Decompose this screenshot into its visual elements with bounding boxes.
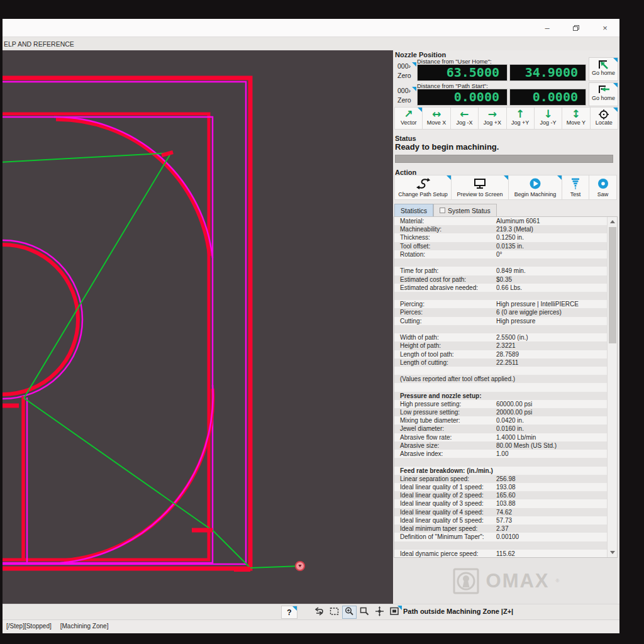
stats-spacer-row: [394, 383, 617, 391]
tab-system-status[interactable]: System Status: [433, 204, 497, 216]
action-button-label: Test: [562, 191, 589, 197]
tooltip-mark: [613, 58, 618, 62]
jog-button-jog-y[interactable]: ↑Jog +Y: [507, 107, 535, 130]
stats-value: 165.60: [496, 491, 617, 499]
go-home-user-button[interactable]: Go home: [589, 57, 618, 81]
control-panel: Nozzle Position 000› Zero 000› Zero Dist…: [393, 50, 619, 604]
close-button[interactable]: ×: [591, 19, 619, 36]
app-window: – × ELP AND REFERENCE: [3, 19, 619, 633]
stats-label: Feed rate breakdown: (in./min.): [394, 467, 493, 475]
zero-counter-button[interactable]: 000›: [397, 87, 416, 94]
stats-value: [496, 541, 617, 550]
tabs-row: StatisticsSystem Status: [394, 204, 497, 216]
stats-label: Thickness:: [394, 233, 496, 242]
stats-label: (Values reported after tool offset appli…: [394, 375, 496, 383]
restore-icon: [573, 25, 579, 31]
pan-crosshair-tool-button[interactable]: [372, 606, 387, 619]
stats-value: [496, 383, 617, 391]
omax-logo-icon: [452, 567, 480, 595]
stats-value: 6 (0 are wiggle pierces): [496, 308, 617, 316]
stats-label: Jewel diameter:: [394, 425, 496, 433]
tab-statistics[interactable]: Statistics: [394, 204, 433, 216]
stats-value: [496, 458, 617, 466]
stats-value: High pressure | IntelliPIERCE: [496, 300, 617, 308]
help-label: ?: [287, 608, 291, 617]
stats-label: Pierces:: [394, 308, 496, 316]
stats-value: 57.73: [496, 516, 617, 525]
stats-row: Thickness:0.1250 in.: [394, 233, 617, 242]
zero-user-home-block: 000› Zero: [397, 62, 416, 79]
stats-scrollbar[interactable]: [607, 217, 617, 557]
jog-button-move-y[interactable]: ↕Move Y: [562, 107, 590, 130]
marquee-tool-button[interactable]: [327, 606, 341, 619]
go-home-path-button[interactable]: Go home: [589, 82, 618, 106]
tooltip-mark: [412, 62, 416, 67]
action-button-label: Begin Machining: [509, 191, 562, 197]
stats-value: 219.3 (Metal): [496, 225, 617, 233]
help-button[interactable]: ?: [281, 606, 297, 619]
fit-window-tool-button[interactable]: [387, 606, 402, 619]
jog-minus-x-icon: ←: [451, 108, 478, 120]
tool-path-drawing: [3, 50, 393, 604]
test-button[interactable]: Test: [562, 175, 589, 200]
jog-button-jog-x[interactable]: ←Jog -X: [451, 107, 479, 130]
jog-button-row: ↗Vector↔Move X←Jog -X→Jog +X↑Jog +Y↓Jog …: [394, 107, 618, 130]
stats-value: High pressure: [496, 317, 617, 325]
stats-spacer-row: [394, 458, 617, 466]
loop-path-icon: [314, 606, 325, 619]
stats-value: 74.62: [496, 508, 617, 516]
jog-button-move-x[interactable]: ↔Move X: [423, 107, 450, 130]
zero-counter-button[interactable]: 000›: [397, 62, 416, 70]
minimize-button[interactable]: –: [533, 19, 562, 36]
jog-button-jog-x[interactable]: →Jog +X: [479, 107, 506, 130]
jog-button-vector[interactable]: ↗Vector: [394, 107, 423, 130]
zero-button[interactable]: Zero: [397, 72, 416, 79]
preview-to-screen-button[interactable]: Preview to Screen: [452, 175, 509, 200]
status-message: Ready to begin machining.: [395, 142, 499, 152]
change-path-setup-button[interactable]: Change Path Setup: [394, 175, 452, 200]
restore-button[interactable]: [562, 19, 591, 36]
monitor-icon: [452, 175, 508, 191]
stats-spacer-row: [394, 292, 617, 300]
stats-label: [394, 292, 496, 300]
zero-button[interactable]: Zero: [397, 96, 416, 104]
progress-bar: [395, 155, 613, 163]
zoom-window-tool-button[interactable]: [357, 606, 372, 619]
jog-button-locate[interactable]: Locate: [591, 107, 618, 130]
begin-machining-button[interactable]: Begin Machining: [509, 175, 562, 200]
stats-label: Ideal linear quality of 5 speed:: [394, 516, 496, 525]
stats-value: [496, 258, 617, 267]
zero-path-start-block: 000› Zero: [397, 87, 416, 104]
triangle-bottom-magenta-arc: [60, 385, 213, 563]
stats-value: 0.66 Lbs.: [496, 284, 617, 292]
logo-area: OMAX®: [394, 558, 618, 604]
zoom-in-tool-button[interactable]: [342, 606, 357, 619]
status-bar: [/Step][Stopped] [Machining Zone]: [3, 619, 619, 633]
saw-button[interactable]: Saw: [589, 175, 617, 200]
stats-spacer-row: [394, 541, 617, 550]
action-button-label: Saw: [589, 191, 616, 197]
stats-label: Estimated cost for path:: [394, 275, 496, 284]
loop-path-tool-button[interactable]: [312, 606, 326, 619]
marquee-icon: [329, 606, 340, 619]
scroll-down-arrow[interactable]: [608, 548, 618, 557]
stats-value: 0.0135 in.: [496, 242, 617, 250]
stats-label: Abrasive flow rate:: [394, 433, 496, 441]
scroll-thumb[interactable]: [609, 227, 616, 343]
action-button-label: Preview to Screen: [452, 191, 508, 197]
path-start-marker[interactable]: [296, 562, 304, 570]
stats-label: [394, 458, 496, 466]
stats-value: 1.00: [496, 450, 617, 458]
menu-help-and-reference[interactable]: ELP AND REFERENCE: [4, 40, 74, 48]
scroll-up-arrow[interactable]: [608, 217, 618, 226]
stats-value: $0.35: [496, 275, 617, 284]
stats-label: Material:: [394, 217, 496, 225]
path-setup-icon: [395, 175, 451, 191]
stats-label: [394, 258, 496, 267]
jog-plus-x-icon: →: [479, 108, 506, 120]
tooltip-mark: [557, 175, 562, 180]
path-preview-canvas[interactable]: [3, 50, 393, 604]
jog-button-jog-y[interactable]: ↓Jog -Y: [535, 107, 562, 130]
machining-zone-text: [Machining Zone]: [60, 623, 109, 633]
stats-spacer-row: [394, 325, 617, 333]
